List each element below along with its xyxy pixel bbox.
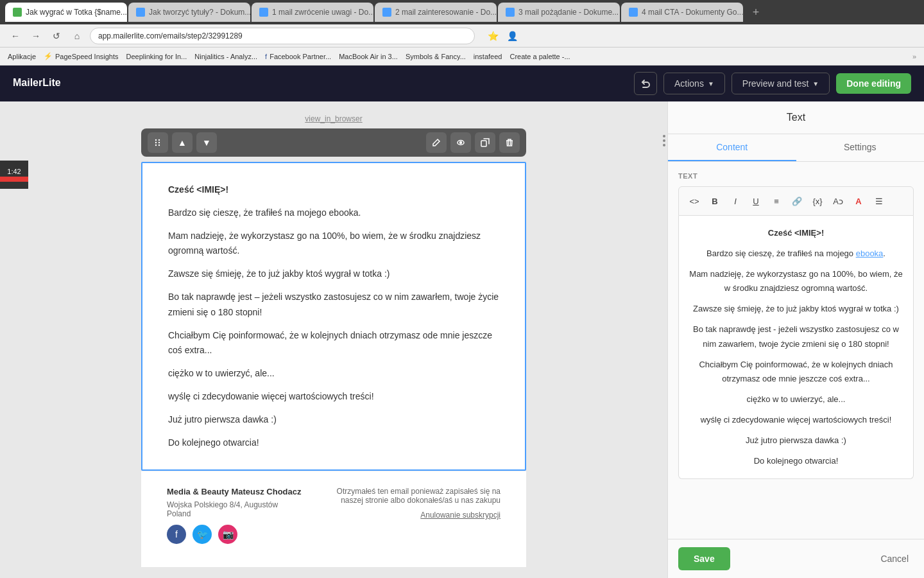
bookmark-label: MacBook Air in 3... <box>339 53 398 60</box>
preview-block-button[interactable] <box>450 132 471 153</box>
toolbar-right <box>426 132 520 153</box>
tab-settings[interactable]: Settings <box>796 134 925 161</box>
new-tab-button[interactable]: + <box>747 3 765 21</box>
footer-address-line1: Wojska Polskiego 8/4, Augustów <box>167 500 302 509</box>
instagram-icon[interactable]: 📷 <box>218 525 237 544</box>
bookmark-fb[interactable]: f Facebook Partner... <box>265 53 331 60</box>
editor-line-9: Już jutro pierwsza dawka :) <box>689 434 903 448</box>
tab-4[interactable]: 2 mail zainteresowanie - Do... ✕ <box>375 3 497 22</box>
editor-line-2: Bardzo się cieszę, że trafiłeś na mojego… <box>689 247 903 261</box>
footer-received-text: Otrzymałeś ten email ponieważ zapisałeś … <box>334 487 501 505</box>
bookmark-deeplinking[interactable]: Deeplinking for In... <box>126 53 187 60</box>
tab-5[interactable]: 3 mail pożądanie - Dokume... ✕ <box>498 3 620 22</box>
list-button[interactable]: ≡ <box>767 192 785 210</box>
extensions-button[interactable]: ⭐ <box>485 28 501 44</box>
email-line-3: Mam nadzieję, że wykorzystasz go na 100%… <box>168 229 499 259</box>
bookmark-pagespeed[interactable]: ⚡ PageSpeed Insights <box>44 52 118 60</box>
forward-button[interactable]: → <box>28 28 44 44</box>
editor-area: 1:42 view_in_browser ▲ ▼ <box>0 101 667 578</box>
back-button[interactable]: ← <box>8 28 23 44</box>
profile-button[interactable]: 👤 <box>504 28 520 44</box>
home-button[interactable]: ⌂ <box>69 28 85 44</box>
tab-2[interactable]: Jak tworzyć tytuły? - Dokum... ✕ <box>128 3 250 22</box>
code-button[interactable]: <> <box>685 192 703 210</box>
tab-6[interactable]: 4 mail CTA - Dokumenty Go... ✕ <box>621 3 743 22</box>
editor-line-1: Cześć <IMIĘ>! <box>689 226 903 240</box>
done-editing-button[interactable]: Done editing <box>836 73 911 94</box>
unsubscribe-link[interactable]: Anulowanie subskrypcji <box>420 511 501 520</box>
recording-timer: 1:42 <box>0 161 28 189</box>
delete-button[interactable] <box>499 132 520 153</box>
dot-1 <box>663 135 665 137</box>
tab-label-2: Jak tworzyć tytuły? - Dokum... <box>149 8 250 17</box>
bookmark-palette[interactable]: Create a palette -... <box>509 53 570 60</box>
bookmark-label: Ninjalitics - Analyz... <box>194 53 257 60</box>
link-button[interactable]: 🔗 <box>788 192 806 210</box>
address-bar[interactable]: app.mailerlite.com/emails/step2/32991289 <box>90 28 475 44</box>
bold-button[interactable]: B <box>706 192 724 210</box>
tab-favicon-1 <box>13 8 22 17</box>
panel-footer: Save Cancel <box>668 539 924 578</box>
editor-line-4: Zawsze się śmieję, że to już jakby ktoś … <box>689 302 903 316</box>
footer-address-line2: Poland <box>167 509 302 518</box>
tab-favicon-4 <box>382 8 391 17</box>
editor-line-10: Do kolejnego otwarcia! <box>689 454 903 468</box>
bookmark-label: instafeed <box>474 53 502 60</box>
bookmark-label: Create a palette -... <box>509 53 570 60</box>
font-size-button[interactable]: Aↄ <box>829 192 847 210</box>
duplicate-button[interactable] <box>475 132 495 153</box>
underline-button[interactable]: U <box>747 192 765 210</box>
dot-3 <box>663 144 665 146</box>
undo-button[interactable] <box>634 72 657 95</box>
preview-label: Preview and test <box>742 78 809 89</box>
bookmark-icon: f <box>265 53 267 60</box>
cancel-button[interactable]: Cancel <box>875 547 914 570</box>
view-in-browser-link[interactable]: view_in_browser <box>0 114 667 123</box>
tab-1[interactable]: Jak wygrać w Totka {$name... ✕ <box>5 3 127 22</box>
preview-button[interactable]: Preview and test ▼ <box>732 73 830 94</box>
svg-point-2 <box>155 142 157 143</box>
facebook-icon[interactable]: f <box>167 525 186 544</box>
move-down-button[interactable]: ▼ <box>196 132 217 153</box>
header-actions: Actions ▼ Preview and test ▼ Done editin… <box>634 72 911 95</box>
bookmark-aplikacje[interactable]: Aplikacje <box>8 53 36 60</box>
tab-content[interactable]: Content <box>668 134 796 161</box>
email-content-block[interactable]: Cześć <IMIĘ>! Bardzo się cieszę, że traf… <box>141 162 526 471</box>
edit-button[interactable] <box>426 132 447 153</box>
email-footer-block: Media & Beauty Mateusz Chodacz Wojska Po… <box>141 471 526 567</box>
drag-handle[interactable] <box>148 132 168 153</box>
footer-left: Media & Beauty Mateusz Chodacz Wojska Po… <box>167 487 302 544</box>
email-line-9: Już jutro pierwsza dawka :) <box>168 412 499 428</box>
social-icons: f 🐦 📷 <box>167 525 302 544</box>
bookmark-instafeed[interactable]: instafeed <box>474 53 502 60</box>
actions-button[interactable]: Actions ▼ <box>663 73 725 94</box>
bookmark-symbols[interactable]: Symbols & Fancy... <box>406 53 466 60</box>
text-editor-content[interactable]: Cześć <IMIĘ>! Bardzo się cieszę, że traf… <box>678 216 914 479</box>
move-up-button[interactable]: ▲ <box>172 132 193 153</box>
font-color-button[interactable]: A <box>850 192 868 210</box>
variable-button[interactable]: {x} <box>809 192 826 210</box>
editor-line-7: ciężko w to uwierzyć, ale... <box>689 392 903 407</box>
tab-label-5: 3 mail pożądanie - Dokume... <box>518 8 619 17</box>
email-footer: Media & Beauty Mateusz Chodacz Wojska Po… <box>141 471 526 567</box>
twitter-icon[interactable]: 🐦 <box>193 525 212 544</box>
bookmark-label: Symbols & Fancy... <box>406 53 466 60</box>
text-section-label: TEXT <box>678 172 914 180</box>
bookmark-label: Deeplinking for In... <box>126 53 187 60</box>
email-line-1: Cześć <IMIĘ>! <box>168 182 499 198</box>
text-editor-toolbar: <> B I U ≡ 🔗 {x} Aↄ A ☰ <box>678 186 914 216</box>
footer-row: Media & Beauty Mateusz Chodacz Wojska Po… <box>167 487 501 544</box>
ebooka-link[interactable]: ebooka <box>856 249 884 258</box>
bookmark-icon: ⚡ <box>44 52 53 60</box>
tab-favicon-3 <box>259 8 268 17</box>
italic-button[interactable]: I <box>726 192 744 210</box>
bookmark-ninjalitics[interactable]: Ninjalitics - Analyz... <box>194 53 257 60</box>
align-button[interactable]: ☰ <box>870 192 888 210</box>
tab-3[interactable]: 1 mail zwrócenie uwagi - Do... ✕ <box>252 3 373 22</box>
refresh-button[interactable]: ↺ <box>49 28 64 44</box>
context-menu-button[interactable] <box>658 130 671 152</box>
stop-button[interactable] <box>0 177 28 182</box>
bookmarks-more[interactable]: » <box>912 53 916 60</box>
save-button[interactable]: Save <box>678 547 730 570</box>
bookmark-macbook[interactable]: MacBook Air in 3... <box>339 53 398 60</box>
